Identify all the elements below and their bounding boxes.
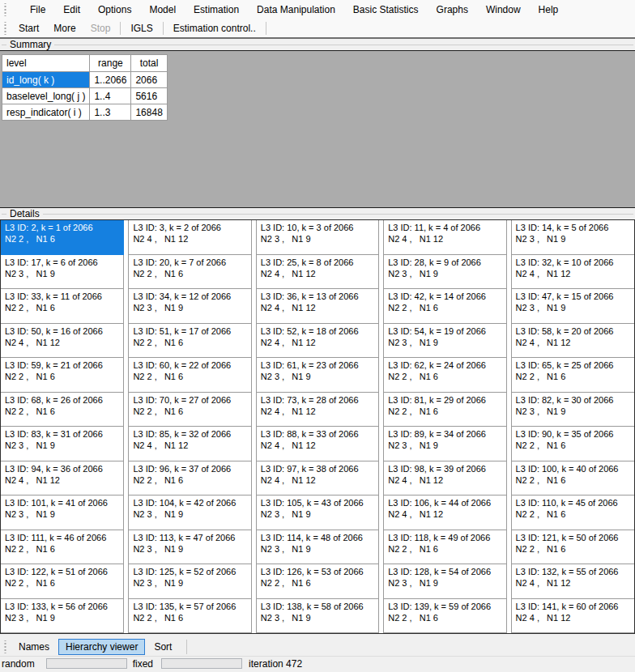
summary-cell-total: 2066 [131,72,167,88]
hierarchy-cell-k14[interactable]: L3 ID: 42, k = 14 of 2066N2 2 , N1 6 [383,289,506,324]
hierarchy-cell-k1[interactable]: L3 ID: 2, k = 1 of 2066N2 2 , N1 6 [1,220,124,255]
hierarchy-cell-k27[interactable]: L3 ID: 70, k = 27 of 2066N2 2 , N1 6 [128,393,251,427]
hierarchy-cell-k46[interactable]: L3 ID: 111, k = 46 of 2066N2 2 , N1 6 [1,530,124,565]
toolbar-grip-handle[interactable] [3,22,7,35]
hierarchy-cell-k26[interactable]: L3 ID: 68, k = 26 of 2066N2 2 , N1 6 [1,393,124,427]
hierarchy-cell-k56[interactable]: L3 ID: 133, k = 56 of 2066N2 3 , N1 9 [1,599,124,634]
hierarchy-cell-k45[interactable]: L3 ID: 110, k = 45 of 2066N2 2 , N1 6 [511,495,634,530]
hierarchy-cell-k20[interactable]: L3 ID: 58, k = 20 of 2066N2 4 , N1 12 [511,324,634,359]
hierarchy-cell-k59[interactable]: L3 ID: 139, k = 59 of 2066N2 2 , N1 6 [383,599,506,634]
menubar-grip-handle[interactable] [3,3,7,16]
hierarchy-cell-k37[interactable]: L3 ID: 96, k = 37 of 2066N2 2 , N1 6 [128,461,251,496]
hierarchy-cell-k40[interactable]: L3 ID: 100, k = 40 of 2066N2 2 , N1 6 [511,461,634,496]
hierarchy-cell-k11[interactable]: L3 ID: 33, k = 11 of 2066N2 2 , N1 6 [1,289,124,324]
hierarchy-cell-k8[interactable]: L3 ID: 25, k = 8 of 2066N2 4 , N1 12 [256,255,379,290]
hierarchy-cell-k15[interactable]: L3 ID: 47, k = 15 of 2066N2 3 , N1 9 [511,289,634,324]
hierarchy-cell-k36[interactable]: L3 ID: 94, k = 36 of 2066N2 4 , N1 12 [1,461,124,496]
hierarchy-cell-k35[interactable]: L3 ID: 90, k = 35 of 2066N2 2 , N1 6 [511,427,634,461]
menu-item-file[interactable]: File [21,0,54,19]
hierarchy-cell-k52[interactable]: L3 ID: 125, k = 52 of 2066N2 3 , N1 9 [128,564,251,599]
hierarchy-cell-k50[interactable]: L3 ID: 121, k = 50 of 2066N2 2 , N1 6 [511,530,634,565]
summary-row-id-long-k[interactable]: id_long( k )1..20662066 [2,72,168,88]
cell-counts-line: N2 3 , N1 9 [516,233,630,245]
hierarchy-cell-k43[interactable]: L3 ID: 105, k = 43 of 2066N2 3 , N1 9 [256,495,379,530]
hierarchy-cell-k31[interactable]: L3 ID: 83, k = 31 of 2066N2 3 , N1 9 [1,427,124,461]
menu-item-estimation[interactable]: Estimation [185,0,248,19]
hierarchy-cell-k41[interactable]: L3 ID: 101, k = 41 of 2066N2 3 , N1 9 [1,495,124,530]
hierarchy-cell-k28[interactable]: L3 ID: 73, k = 28 of 2066N2 4 , N1 12 [256,393,379,427]
tab-hierarchy-viewer[interactable]: Hierarchy viewer [58,639,145,655]
hierarchy-cell-k44[interactable]: L3 ID: 106, k = 44 of 2066N2 4 , N1 12 [383,495,506,530]
hierarchy-cell-k33[interactable]: L3 ID: 88, k = 33 of 2066N2 4 , N1 12 [256,427,379,461]
summary-cell-range: 1..3 [90,104,131,121]
hierarchy-cell-k30[interactable]: L3 ID: 82, k = 30 of 2066N2 3 , N1 9 [511,393,634,427]
cell-id-line: L3 ID: 11, k = 4 of 2066 [388,222,501,233]
tab-sort[interactable]: Sort [147,639,179,655]
hierarchy-cell-k54[interactable]: L3 ID: 128, k = 54 of 2066N2 3 , N1 9 [383,564,506,599]
hierarchy-cell-k19[interactable]: L3 ID: 54, k = 19 of 2066N2 3 , N1 9 [383,324,506,359]
hierarchy-cell-k38[interactable]: L3 ID: 97, k = 38 of 2066N2 4 , N1 12 [256,461,379,496]
menu-item-window[interactable]: Window [477,0,530,19]
cell-counts-line: N2 2 , N1 6 [516,508,630,520]
hierarchy-cell-k13[interactable]: L3 ID: 36, k = 13 of 2066N2 4 , N1 12 [256,289,379,324]
menu-item-basic-statistics[interactable]: Basic Statistics [344,0,428,19]
menu-item-options[interactable]: Options [89,0,140,19]
hierarchy-cell-k39[interactable]: L3 ID: 98, k = 39 of 2066N2 4 , N1 12 [383,461,506,496]
hierarchy-cell-k17[interactable]: L3 ID: 51, k = 17 of 2066N2 2 , N1 6 [128,324,251,359]
toolbar-button-start[interactable]: Start [11,21,46,36]
summary-row-resp-indicator-i[interactable]: resp_indicator( i )1..316848 [2,104,168,121]
hierarchy-cell-k48[interactable]: L3 ID: 114, k = 48 of 2066N2 3 , N1 9 [256,530,379,565]
toolbar-button-more[interactable]: More [46,21,83,36]
hierarchy-cell-k18[interactable]: L3 ID: 52, k = 18 of 2066N2 4 , N1 12 [256,324,379,359]
hierarchy-cell-k49[interactable]: L3 ID: 118, k = 49 of 2066N2 2 , N1 6 [383,530,506,565]
hierarchy-cell-k12[interactable]: L3 ID: 34, k = 12 of 2066N2 3 , N1 9 [128,289,251,324]
cell-counts-line: N2 3 , N1 9 [388,268,501,279]
hierarchy-cell-k60[interactable]: L3 ID: 141, k = 60 of 2066N2 4 , N1 12 [511,599,634,634]
hierarchy-cell-k47[interactable]: L3 ID: 113, k = 47 of 2066N2 3 , N1 9 [128,530,251,565]
cell-id-line: L3 ID: 54, k = 19 of 2066 [388,325,501,337]
hierarchy-cell-k10[interactable]: L3 ID: 32, k = 10 of 2066N2 4 , N1 12 [511,255,634,290]
cell-id-line: L3 ID: 42, k = 14 of 2066 [388,291,501,302]
summary-cell-range: 1..4 [90,88,131,104]
toolbar-button-estimation-control[interactable]: Estimation control.. [166,21,263,36]
cell-id-line: L3 ID: 50, k = 16 of 2066 [5,325,119,337]
tabbar-grip-handle[interactable] [3,640,7,653]
cell-counts-line: N2 2 , N1 6 [133,337,246,348]
cell-counts-line: N2 2 , N1 6 [133,612,246,623]
hierarchy-cell-k57[interactable]: L3 ID: 135, k = 57 of 2066N2 2 , N1 6 [128,599,251,634]
cell-counts-line: N2 3 , N1 9 [261,543,374,555]
hierarchy-cell-k55[interactable]: L3 ID: 132, k = 55 of 2066N2 4 , N1 12 [511,564,634,599]
menu-item-graphs[interactable]: Graphs [428,0,477,19]
hierarchy-cell-k22[interactable]: L3 ID: 60, k = 22 of 2066N2 2 , N1 6 [128,358,251,393]
hierarchy-cell-k32[interactable]: L3 ID: 85, k = 32 of 2066N2 4 , N1 12 [128,427,251,461]
hierarchy-cell-k21[interactable]: L3 ID: 59, k = 21 of 2066N2 2 , N1 6 [1,358,124,393]
menu-item-data-manipulation[interactable]: Data Manipulation [248,0,344,19]
summary-row-baselevel-long-j[interactable]: baselevel_long( j )1..45616 [2,88,168,104]
hierarchy-cell-k29[interactable]: L3 ID: 81, k = 29 of 2066N2 2 , N1 6 [383,393,506,427]
hierarchy-cell-k51[interactable]: L3 ID: 122, k = 51 of 2066N2 2 , N1 6 [1,564,124,599]
hierarchy-cell-k25[interactable]: L3 ID: 65, k = 25 of 2066N2 2 , N1 6 [511,358,634,393]
menu-item-help[interactable]: Help [530,0,568,19]
menu-item-model[interactable]: Model [140,0,185,19]
summary-cell-level[interactable]: id_long( k ) [2,72,90,88]
hierarchy-cell-k16[interactable]: L3 ID: 50, k = 16 of 2066N2 4 , N1 12 [1,324,124,359]
toolbar-button-igls[interactable]: IGLS [123,21,160,36]
hierarchy-cell-k4[interactable]: L3 ID: 11, k = 4 of 2066N2 4 , N1 12 [383,220,506,255]
hierarchy-cell-k6[interactable]: L3 ID: 17, k = 6 of 2066N2 3 , N1 9 [1,255,124,290]
tab-names[interactable]: Names [11,639,57,655]
hierarchy-cell-k7[interactable]: L3 ID: 20, k = 7 of 2066N2 2 , N1 6 [128,255,251,290]
hierarchy-cell-k53[interactable]: L3 ID: 126, k = 53 of 2066N2 2 , N1 6 [256,564,379,599]
summary-cell-level[interactable]: resp_indicator( i ) [2,104,90,121]
hierarchy-cell-k58[interactable]: L3 ID: 138, k = 58 of 2066N2 3 , N1 9 [256,599,379,634]
hierarchy-cell-k23[interactable]: L3 ID: 61, k = 23 of 2066N2 3 , N1 9 [256,358,379,393]
hierarchy-cell-k24[interactable]: L3 ID: 62, k = 24 of 2066N2 2 , N1 6 [383,358,506,393]
menu-item-edit[interactable]: Edit [54,0,89,19]
hierarchy-cell-k42[interactable]: L3 ID: 104, k = 42 of 2066N2 3 , N1 9 [128,495,251,530]
hierarchy-cell-k34[interactable]: L3 ID: 89, k = 34 of 2066N2 3 , N1 9 [383,427,506,461]
summary-cell-level[interactable]: baselevel_long( j ) [2,88,90,104]
hierarchy-cell-k5[interactable]: L3 ID: 14, k = 5 of 2066N2 3 , N1 9 [511,220,634,255]
hierarchy-cell-k3[interactable]: L3 ID: 10, k = 3 of 2066N2 3 , N1 9 [256,220,379,255]
cell-id-line: L3 ID: 70, k = 27 of 2066 [133,394,246,406]
hierarchy-cell-k2[interactable]: L3 ID: 3, k = 2 of 2066N2 4 , N1 12 [128,220,251,255]
hierarchy-cell-k9[interactable]: L3 ID: 28, k = 9 of 2066N2 3 , N1 9 [383,255,506,290]
